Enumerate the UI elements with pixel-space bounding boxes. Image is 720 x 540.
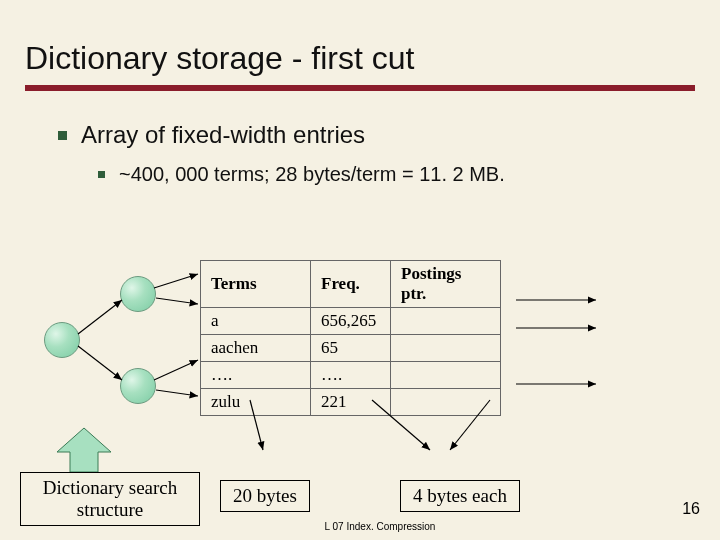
tree-edge (78, 300, 122, 334)
bytes-20-box: 20 bytes (220, 480, 310, 512)
slide: Dictionary storage - first cut Array of … (0, 0, 720, 540)
title-rule (25, 85, 695, 91)
bytes-4-box: 4 bytes each (400, 480, 520, 512)
dictionary-search-structure-box: Dictionary search structure (20, 472, 200, 526)
square-bullet-icon (98, 171, 105, 178)
block-arrow-up-icon (53, 426, 115, 474)
tree-edge (156, 298, 198, 304)
bullet-level1: Array of fixed-width entries (58, 121, 700, 149)
page-number: 16 (682, 500, 700, 518)
tree-edge (78, 346, 122, 380)
connector-4bytes-freq (372, 400, 430, 450)
tree-edge (154, 360, 198, 380)
tree-edge (154, 274, 198, 288)
bullet1-text: Array of fixed-width entries (81, 121, 365, 149)
connector-4bytes-ptr (450, 400, 490, 450)
square-bullet-icon (58, 131, 67, 140)
bullet2-text: ~400, 000 terms; 28 bytes/term = 11. 2 M… (119, 163, 505, 186)
dict-label: Dictionary search structure (43, 477, 178, 521)
connector-20bytes (250, 400, 263, 450)
slide-title: Dictionary storage - first cut (25, 40, 700, 77)
tree-edge (156, 390, 198, 396)
bullet-level2: ~400, 000 terms; 28 bytes/term = 11. 2 M… (98, 163, 700, 186)
footer-text: L 07 Index. Compression (20, 521, 720, 532)
